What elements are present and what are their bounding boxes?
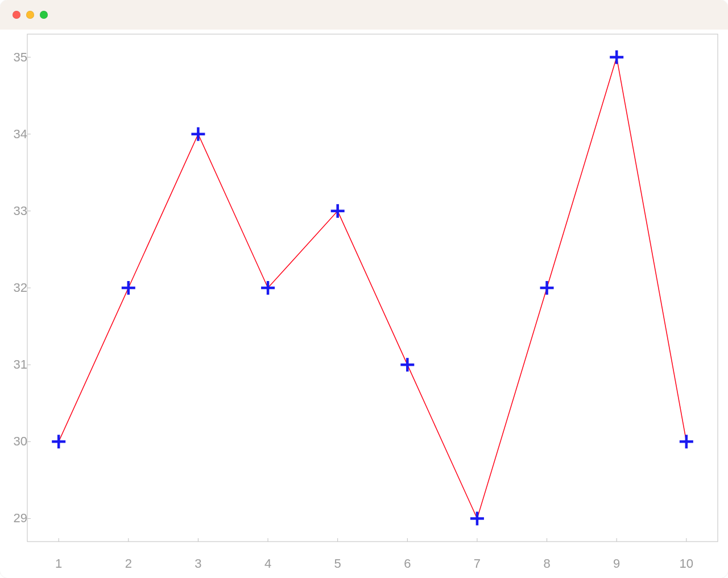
x-tick-label: 7 — [474, 558, 481, 570]
x-tick-label: 8 — [543, 558, 550, 570]
data-marker — [122, 281, 135, 295]
x-tick-label: 5 — [334, 558, 341, 570]
x-tick-label: 4 — [264, 558, 271, 570]
data-line — [59, 57, 686, 519]
y-tick-label: 33 — [14, 205, 27, 217]
x-tick-label: 9 — [613, 558, 620, 570]
data-marker — [470, 511, 484, 525]
data-marker — [52, 435, 65, 448]
app-window: 2930313233343512345678910 — [0, 0, 728, 578]
data-marker — [400, 358, 414, 371]
data-marker — [680, 435, 693, 448]
y-tick-label: 32 — [14, 282, 27, 294]
zoom-icon[interactable] — [40, 11, 48, 19]
y-tick-label: 30 — [14, 435, 27, 448]
close-icon[interactable] — [13, 11, 20, 19]
x-tick-label: 6 — [404, 558, 411, 570]
x-tick-label: 1 — [55, 558, 62, 570]
data-marker — [540, 281, 554, 295]
x-tick-label: 2 — [125, 558, 132, 570]
minimize-icon[interactable] — [26, 11, 34, 19]
chart-area: 2930313233343512345678910 — [0, 30, 728, 578]
line-chart — [0, 30, 728, 578]
y-tick-label: 34 — [14, 128, 27, 141]
titlebar — [0, 0, 728, 30]
y-tick-label: 29 — [14, 512, 27, 525]
y-tick-label: 31 — [14, 358, 27, 371]
data-marker — [610, 51, 623, 64]
x-tick-label: 3 — [195, 558, 201, 570]
x-tick-label: 10 — [680, 558, 693, 570]
y-tick-label: 35 — [14, 51, 27, 64]
data-marker — [191, 127, 205, 141]
